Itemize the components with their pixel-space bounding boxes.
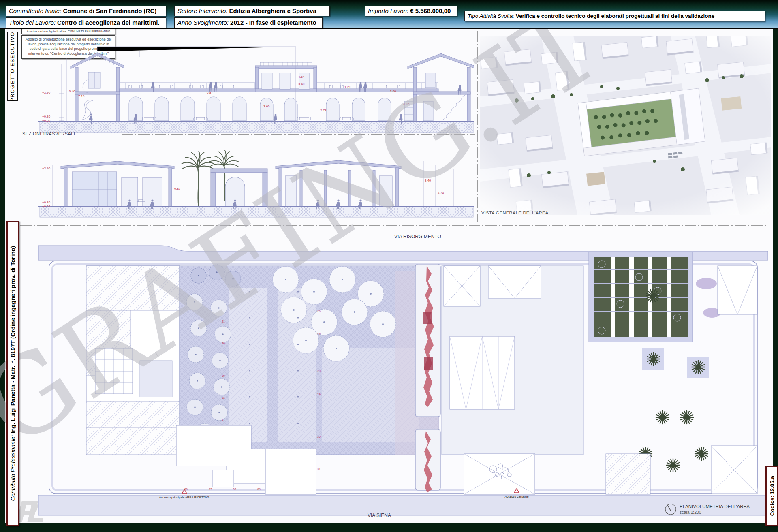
street-label-bottom: VIA SIENA [368, 513, 391, 518]
field-label: Titolo del Lavoro: [9, 19, 56, 26]
contributo-label: Contributo Professionale: [10, 435, 16, 501]
dim-label: 1.00 [390, 90, 396, 93]
step-number: 07 [209, 488, 212, 491]
step-number: 19 [222, 374, 225, 377]
dim-label: 3.40 [425, 179, 431, 182]
contributo-professionale-box: Contributo Professionale: Ing. Luigi Pan… [6, 221, 19, 526]
field-committente-finale: Committente finale: Comune di San Ferdin… [6, 6, 166, 16]
step-number: 18 [222, 396, 225, 399]
dim-label: 2.73 [438, 191, 444, 194]
dim-label: +0.30 [42, 201, 51, 204]
dim-label: 4.40 [403, 103, 410, 106]
field-tipo-attivita: Tipo Attività Svolta: Verifica e control… [464, 11, 765, 21]
water-feature [415, 264, 440, 493]
section-drawing-1: +3.90 +0.30 +0.00 6.40 7.15 4.54 3.40 3.… [36, 41, 476, 135]
step-number: 17 [222, 418, 225, 421]
dim-label: 6.40 [69, 90, 75, 93]
step-number: 28 [317, 370, 321, 372]
dim-label: +0.30 [42, 115, 51, 118]
field-label: Anno Svolgimento: [177, 19, 229, 26]
field-label: Settore Intervento: [177, 7, 227, 14]
step-number: 27 [317, 333, 321, 336]
codice-box: Codice: 12.05.a [765, 466, 778, 526]
title-block-header: Committente finale: Comune di San Ferdin… [0, 0, 778, 29]
section-drawing-2: +3.90 +0.30 +0.00 3.40 2.73 0.87 [36, 141, 476, 222]
legend-scale: scala 1:200 [680, 510, 701, 515]
contributo-value: Ing. Luigi Panetta - Matr. n. 8197T (Ord… [10, 246, 16, 434]
step-number: 26 [317, 310, 321, 312]
legend-title: PLANIVOLUMETRIA DELL'AREA [680, 504, 750, 509]
field-value: Edilizia Alberghiera e Sportiva [229, 7, 316, 14]
field-value: Verifica e controllo tecnico degli elabo… [516, 13, 715, 19]
dim-label: 0.87 [207, 91, 213, 94]
codice-label: Codice: 12.05.a [769, 476, 775, 516]
step-number: 29 [317, 393, 321, 396]
field-settore-intervento: Settore Intervento: Edilizia Alberghiera… [174, 6, 330, 16]
dim-label: 4.54 [298, 75, 305, 79]
field-value: 2012 - In fase di espletamento [230, 19, 316, 26]
step-number: 31 [317, 468, 321, 470]
plan-left-building [86, 266, 180, 455]
step-number: 30 [317, 435, 321, 438]
field-label: Committente finale: [9, 7, 61, 14]
site-plan: VIA RISORGIMENTO VIA SIENA [38, 227, 768, 523]
dim-label: 3.60 [263, 105, 270, 108]
step-number: 09 [257, 488, 261, 491]
step-number: 20 [222, 342, 225, 345]
step-number: 21 [222, 320, 225, 323]
progetto-esecutivo-label: PROGETTO ESECUTIVO [10, 32, 15, 102]
aerial-render-view [480, 36, 771, 215]
plan-planted-grid [589, 252, 693, 342]
dim-label: 1.21 [344, 85, 351, 89]
street-label-top: VIA RISORGIMENTO [394, 234, 441, 239]
dim-label: 7.15 [78, 94, 85, 98]
access-car-label: Accesso carrabile [504, 495, 528, 498]
field-label: Tipo Attività Svolta: [468, 13, 514, 19]
field-titolo-lavoro: Titolo del Lavoro: Centro di accoglienza… [6, 17, 166, 28]
amministrazione-title: Amministrazione Aggiudicatrice: COMUNE D… [21, 28, 115, 34]
field-anno-svolgimento: Anno Svolgimento: 2012 - In fase di espl… [174, 17, 323, 28]
dim-label: 0.87 [174, 187, 181, 190]
field-label: Importo Lavori: [368, 7, 408, 14]
field-importo-lavori: Importo Lavori: € 5.568.000,00 [365, 6, 457, 16]
field-value: Comune di San Ferdinando (RC) [63, 7, 156, 14]
contributo-professionale-text: Contributo Professionale: Ing. Luigi Pan… [10, 246, 16, 501]
dim-label: +3.90 [42, 167, 51, 170]
access-main-label: Accesso principale AREA RICETTIVA [159, 496, 210, 499]
step-number: 08 [233, 488, 236, 491]
vista-generale-label: VISTA GENERALE DELL'AREA [481, 210, 549, 215]
dim-label: +0.00 [42, 119, 51, 122]
progetto-esecutivo-box: PROGETTO ESECUTIVO [7, 32, 18, 101]
field-value: € 5.568.000,00 [410, 7, 451, 14]
dim-label: +3.90 [42, 91, 51, 94]
dim-label: 3.40 [298, 82, 305, 86]
dim-label: 2.73 [320, 109, 327, 112]
sezioni-trasversali-label: SEZIONI TRASVERSALI [22, 131, 75, 136]
dim-label: +0.00 [42, 205, 51, 208]
field-value: Centro di accoglienza dei marittimi. [57, 19, 160, 26]
